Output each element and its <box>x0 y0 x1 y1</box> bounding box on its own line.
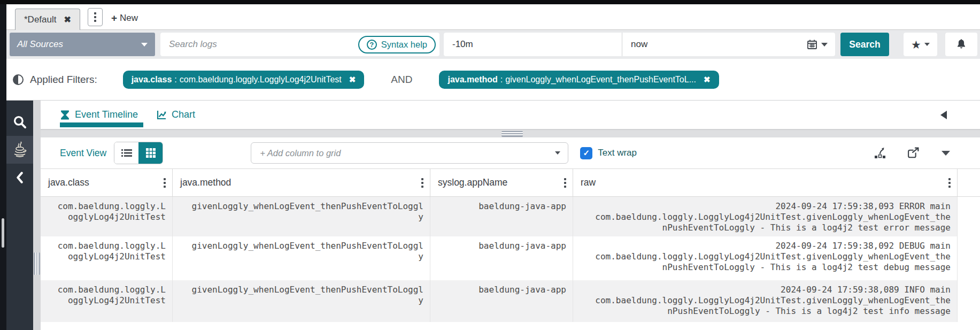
question-icon: ? <box>367 40 377 50</box>
column-header-raw[interactable]: raw <box>573 169 958 196</box>
chevron-left-icon <box>14 172 25 183</box>
loggly-app: *Default ✖ + New All Sources Search logs… <box>0 0 980 330</box>
syntax-help-button[interactable]: ? Syntax help <box>358 36 436 53</box>
cell-syslog-appname[interactable]: baeldung-java-app <box>430 280 573 322</box>
event-view-label: Event View <box>60 148 106 159</box>
cell-java-class[interactable]: com.baeldung.loggly.L ogglyLog4j2UnitTes… <box>41 236 173 280</box>
tab-chart[interactable]: Chart <box>156 109 195 120</box>
text-wrap-control[interactable]: ✓ Text wrap <box>580 147 637 159</box>
horizontal-splitter[interactable] <box>41 129 980 137</box>
add-column-dropdown[interactable]: + Add column to grid <box>251 142 568 164</box>
list-view-button[interactable] <box>114 142 138 164</box>
cell-raw[interactable]: 2024-09-24 17:59:38,093 ERROR main com.b… <box>573 197 958 236</box>
cell-java-method[interactable]: givenLoggly_whenLogEvent_thenPushEventTo… <box>173 197 430 236</box>
tab-menu-button[interactable] <box>88 8 103 26</box>
filter-value: givenLoggly_whenLogEvent_thenPushEventTo… <box>505 75 696 85</box>
tab-event-timeline[interactable]: Event Timeline <box>60 109 138 120</box>
sidebar-collapse-button[interactable] <box>6 164 33 191</box>
column-menu-icon[interactable] <box>164 178 166 188</box>
hourglass-icon <box>60 110 70 120</box>
workspace-tab-bar: *Default ✖ + New <box>6 4 980 30</box>
cell-raw[interactable]: 2024-09-24 17:59:38,092 DEBUG main com.b… <box>573 236 958 280</box>
header-filler <box>958 169 980 196</box>
filter-chip-java-class[interactable]: java.class : com.baeldung.loggly.LogglyL… <box>123 71 365 89</box>
left-dark-rail <box>0 4 6 330</box>
derived-fields-icon[interactable] <box>874 147 886 159</box>
date-picker-button[interactable] <box>806 39 828 50</box>
plus-icon: + <box>111 12 117 24</box>
search-bar: All Sources Search logs ? Syntax help -1… <box>6 30 980 59</box>
toolbar-action-icons <box>874 147 950 160</box>
grid-icon <box>145 147 157 159</box>
filter-separator: : <box>500 75 503 85</box>
applied-filters-label: Applied Filters: <box>30 74 97 86</box>
grid-header-row: java.class java.method syslog.appName ra… <box>41 168 980 197</box>
table-row[interactable]: com.baeldung.loggly.L ogglyLog4j2UnitTes… <box>41 280 980 322</box>
applied-filters-row: Applied Filters: java.class : com.baeldu… <box>6 59 980 101</box>
filter-value: com.baeldung.loggly.LogglyLog4j2UnitTest <box>180 75 342 85</box>
vertical-drag-handle[interactable] <box>34 252 40 275</box>
search-button[interactable]: Search <box>840 33 889 56</box>
line-chart-icon <box>156 110 167 120</box>
cell-java-class[interactable]: com.baeldung.loggly.L ogglyLog4j2UnitTes… <box>41 280 173 322</box>
tab-default[interactable]: *Default ✖ <box>15 9 80 30</box>
cell-java-method[interactable]: givenLoggly_whenLogEvent_thenPushEventTo… <box>173 236 430 280</box>
new-tab-label: New <box>120 13 138 24</box>
tab-close-icon[interactable]: ✖ <box>64 14 71 25</box>
time-from-input[interactable]: -10m <box>444 33 622 56</box>
cell-raw[interactable]: 2024-09-24 17:59:38,089 INFO main com.ba… <box>573 280 958 322</box>
add-column-placeholder: + Add column to grid <box>260 148 341 158</box>
list-icon <box>120 148 133 158</box>
top-black-bar <box>0 0 980 4</box>
cell-java-class[interactable]: com.baeldung.loggly.L ogglyLog4j2UnitTes… <box>41 197 173 236</box>
share-icon[interactable] <box>907 147 920 160</box>
sidebar-java-source-button[interactable] <box>6 136 33 164</box>
remove-filter-icon[interactable]: ✖ <box>349 75 356 85</box>
table-row[interactable]: com.baeldung.loggly.L ogglyLog4j2UnitTes… <box>41 236 980 280</box>
collapse-panel-icon[interactable] <box>940 111 947 119</box>
time-to-input[interactable]: now <box>622 33 835 56</box>
alerts-button[interactable] <box>945 33 977 56</box>
search-logs-input[interactable]: Search logs ? Syntax help <box>160 33 439 56</box>
tab-default-label: *Default <box>24 14 56 25</box>
event-view-toolbar: Event View <box>41 137 980 168</box>
sidebar-search-button[interactable] <box>6 108 33 136</box>
column-menu-icon[interactable] <box>564 178 566 188</box>
star-icon: ★ <box>911 39 921 50</box>
left-scrollbar-thumb[interactable] <box>2 218 4 248</box>
column-header-java-class[interactable]: java.class <box>41 169 173 196</box>
remove-filter-icon[interactable]: ✖ <box>704 75 711 85</box>
text-wrap-checkbox[interactable]: ✓ <box>580 147 592 159</box>
chevron-down-icon <box>821 43 828 47</box>
column-menu-icon[interactable] <box>948 178 951 188</box>
icon-sidebar <box>6 101 33 330</box>
chevron-down-icon[interactable] <box>942 151 950 156</box>
cell-syslog-appname[interactable]: baeldung-java-app <box>430 197 573 236</box>
filter-field: java.class <box>132 75 172 85</box>
search-placeholder: Search logs <box>169 39 217 50</box>
filter-chip-java-method[interactable]: java.method : givenLoggly_whenLogEvent_t… <box>439 71 719 89</box>
search-icon <box>12 114 27 129</box>
all-sources-dropdown[interactable]: All Sources <box>10 33 155 56</box>
calendar-icon <box>806 39 818 50</box>
column-label: raw <box>581 177 596 188</box>
active-tab-indicator <box>60 122 143 127</box>
column-header-java-method[interactable]: java.method <box>173 169 430 196</box>
cell-syslog-appname[interactable]: baeldung-java-app <box>430 236 573 280</box>
column-label: syslog.appName <box>438 177 507 188</box>
sidebar-resize-gutter[interactable] <box>33 101 41 330</box>
new-tab-button[interactable]: + New <box>111 12 138 24</box>
kebab-icon <box>94 12 96 22</box>
chevron-down-icon <box>141 43 148 47</box>
column-menu-icon[interactable] <box>421 178 423 188</box>
all-sources-label: All Sources <box>17 39 63 50</box>
time-to-value: now <box>631 39 647 50</box>
splitter-drag-handle[interactable] <box>501 131 523 137</box>
saved-searches-button[interactable]: ★ <box>904 33 937 56</box>
filter-separator: : <box>174 75 176 85</box>
cell-java-method[interactable]: givenLoggly_whenLogEvent_thenPushEventTo… <box>173 280 430 322</box>
time-from-value: -10m <box>452 39 473 50</box>
table-row[interactable]: com.baeldung.loggly.L ogglyLog4j2UnitTes… <box>41 197 980 236</box>
column-header-syslog-appname[interactable]: syslog.appName <box>430 169 573 196</box>
grid-view-button[interactable] <box>138 142 163 164</box>
